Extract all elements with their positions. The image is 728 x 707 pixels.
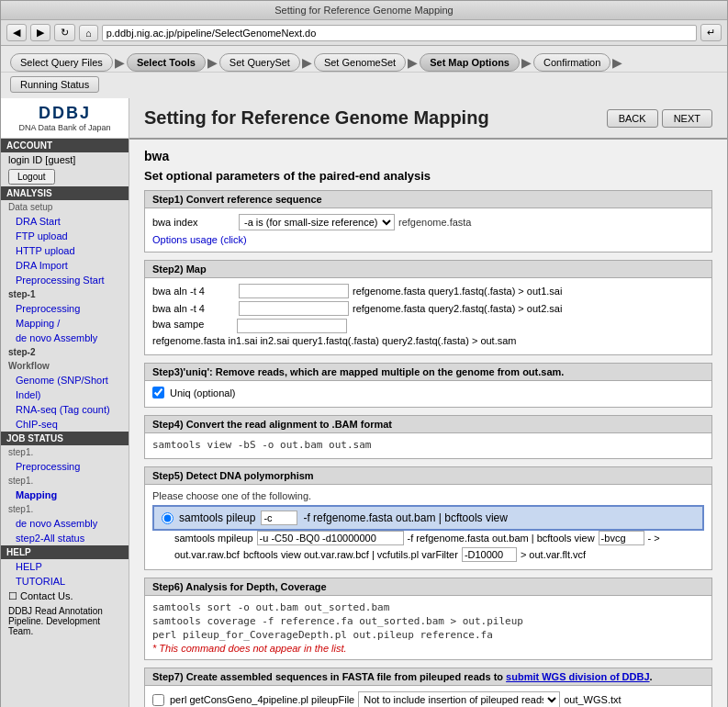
sidebar-item-genome-snp[interactable]: Genome (SNP/Short bbox=[1, 373, 129, 387]
content-body: bwa Set optional parameters of the paire… bbox=[129, 140, 727, 707]
logo-text: DDBJ bbox=[6, 104, 123, 123]
subtitle: Set optional parameters of the paired-en… bbox=[144, 169, 712, 183]
step5-opt1-suffix: -f refgenome.fasta out.bam | bcftools vi… bbox=[303, 511, 508, 524]
account-section-header: ACCOUNT bbox=[1, 139, 129, 152]
sidebar-logo: DDBJ DNA Data Bank of Japan bbox=[1, 98, 129, 139]
sidebar-item-chip[interactable]: ChIP-seq bbox=[1, 417, 129, 432]
step7-checkbox[interactable] bbox=[152, 694, 164, 706]
sidebar-item-job2[interactable]: Mapping bbox=[1, 488, 129, 502]
job2: step1. bbox=[1, 474, 129, 488]
uniq-label: Uniq (optional) bbox=[170, 387, 236, 398]
step5-sub1-prefix: samtools mpileup bbox=[174, 533, 253, 544]
step5-opt1-input[interactable] bbox=[261, 511, 297, 525]
sidebar-item-rnaseq[interactable]: RNA-seq (Tag count) bbox=[1, 402, 129, 417]
uniq-checkbox[interactable] bbox=[152, 387, 164, 398]
step5-sub2-input[interactable] bbox=[462, 547, 517, 562]
step-queryset[interactable]: Set QuerySet bbox=[219, 53, 300, 72]
back-browser-btn[interactable]: ◀ bbox=[6, 24, 27, 41]
step5-radio1[interactable] bbox=[162, 512, 174, 524]
step4-header: Step4) Convert the read alignment to .BA… bbox=[145, 416, 711, 433]
address-input[interactable] bbox=[102, 25, 697, 41]
step7-wgs-link[interactable]: submit WGS division of DDBJ bbox=[506, 671, 649, 682]
contact-icon: ☐ bbox=[8, 590, 17, 601]
sidebar-item-tutorial[interactable]: TUTORIAL bbox=[1, 574, 129, 589]
step5-sub1-input[interactable] bbox=[257, 531, 404, 545]
sidebar-item-indel[interactable]: Indel) bbox=[1, 387, 129, 402]
sidebar-item-dra-import[interactable]: DRA Import bbox=[1, 258, 129, 273]
arrow-1: ▶ bbox=[115, 55, 125, 70]
step2-row1: bwa aln -t 4 refgenome.fasta query1.fast… bbox=[152, 284, 704, 298]
running-status-btn[interactable]: Running Status bbox=[10, 76, 99, 93]
sidebar-item-dra-start[interactable]: DRA Start bbox=[1, 214, 129, 229]
content-header: Setting for Reference Genome Mapping BAC… bbox=[129, 98, 727, 140]
step-select-tools[interactable]: Select Tools bbox=[127, 53, 206, 72]
job3: step1. bbox=[1, 502, 129, 516]
forward-browser-btn[interactable]: ▶ bbox=[30, 24, 50, 41]
sidebar-item-job3[interactable]: de novo Assembly bbox=[1, 516, 129, 531]
step4-section: Step4) Convert the read alignment to .BA… bbox=[144, 415, 712, 459]
analysis-section-header: ANALYSIS bbox=[1, 186, 129, 200]
step-genomeset[interactable]: Set GenomeSet bbox=[314, 53, 406, 72]
reload-btn[interactable]: ↻ bbox=[54, 24, 75, 41]
step1-options-link[interactable]: Options usage (click) bbox=[152, 233, 704, 246]
step6-header: Step6) Analysis for Depth, Coverage bbox=[145, 578, 711, 596]
step2-section: Step2) Map bwa aln -t 4 refgenome.fasta … bbox=[144, 260, 712, 355]
sidebar-item-help[interactable]: HELP bbox=[1, 559, 129, 574]
step5-sub1-suffix2: - > bbox=[648, 533, 660, 544]
step5-section: Step5) Detect DNA polymorphism Please ch… bbox=[144, 466, 712, 570]
sidebar-item-http-upload[interactable]: HTTP upload bbox=[1, 243, 129, 258]
content-area: Setting for Reference Genome Mapping BAC… bbox=[129, 98, 727, 707]
step7-select[interactable]: Not to include insertion of pileuped rea… bbox=[358, 691, 560, 707]
step7-checkbox-label: perl getConsGeno_4pipeline.pl pileupFile bbox=[170, 694, 354, 705]
step1-suffix: refgenome.fasta bbox=[398, 217, 472, 228]
step5-sub2-suffix: > out.var.flt.vcf bbox=[521, 549, 586, 560]
step2-input1[interactable] bbox=[239, 284, 349, 298]
go-btn[interactable]: ↵ bbox=[700, 24, 722, 41]
step4-content: samtools view -bS -o out.bam out.sam bbox=[145, 433, 711, 458]
sidebar-item-job1[interactable]: Preprocessing bbox=[1, 459, 129, 474]
step2-label1: bwa aln -t 4 bbox=[152, 286, 235, 297]
step-confirmation[interactable]: Confirmation bbox=[533, 53, 610, 72]
step7-header: Step7) Create assembled sequences in FAS… bbox=[145, 668, 711, 686]
back-btn[interactable]: BACK bbox=[607, 109, 658, 128]
window-title: Setting for Reference Genome Mapping bbox=[274, 5, 453, 16]
step1-label: bwa index bbox=[152, 217, 235, 228]
home-btn[interactable]: ⌂ bbox=[79, 25, 98, 41]
login-id: login ID [guest] bbox=[1, 152, 129, 167]
sidebar-item-mapping[interactable]: Mapping / bbox=[1, 316, 129, 331]
step6-section: Step6) Analysis for Depth, Coverage samt… bbox=[144, 578, 712, 660]
sidebar-item-preprocessing-start[interactable]: Preprocessing Start bbox=[1, 273, 129, 287]
browser-toolbar: ◀ ▶ ↻ ⌂ ↵ bbox=[1, 20, 727, 46]
step2-suffix3: refgenome.fasta in1.sai in2.sai query1.f… bbox=[152, 335, 517, 346]
step2-row3: bwa sampe refgenome.fasta in1.sai in2.sa… bbox=[152, 319, 704, 346]
step5-sub2: out.var.raw.bcf bcftools view out.var.ra… bbox=[152, 547, 704, 562]
step2-input2[interactable] bbox=[239, 301, 349, 316]
job-status-section: JOB STATUS bbox=[1, 432, 129, 445]
step7-row1: perl getConsGeno_4pipeline.pl pileupFile… bbox=[152, 691, 704, 707]
running-status-bar: Running Status bbox=[1, 73, 727, 98]
sidebar-item-ftp-upload[interactable]: FTP upload bbox=[1, 229, 129, 243]
step6-note: * This command does not appear in the li… bbox=[152, 643, 704, 654]
step5-desc: Please choose one of the following. bbox=[152, 490, 704, 501]
step6-line1: samtools sort -o out.bam out_sorted.bam bbox=[152, 601, 704, 613]
step7-content: perl getConsGeno_4pipeline.pl pileupFile… bbox=[145, 686, 711, 707]
next-btn[interactable]: NEXT bbox=[662, 109, 712, 128]
step5-sub2-prefix: out.var.raw.bcf bbox=[174, 549, 240, 560]
sidebar-item-preprocessing[interactable]: Preprocessing bbox=[1, 301, 129, 316]
step2-row2: bwa aln -t 4 refgenome.fasta query2.fast… bbox=[152, 301, 704, 316]
step3-section: Step3)'uniq': Remove reads, which are ma… bbox=[144, 363, 712, 408]
logout-btn[interactable]: Logout bbox=[8, 169, 55, 185]
step5-content: Please choose one of the following. samt… bbox=[145, 485, 711, 569]
step2-label: step-2 bbox=[1, 345, 129, 359]
step-query-files[interactable]: Select Query Files bbox=[10, 53, 113, 72]
step-map-options[interactable]: Set Map Options bbox=[420, 53, 520, 72]
pipeline-steps: Select Query Files ▶ Select Tools ▶ Set … bbox=[1, 46, 727, 73]
step2-input3[interactable] bbox=[237, 319, 347, 333]
step6-content: samtools sort -o out.bam out_sorted.bam … bbox=[145, 596, 711, 659]
sidebar-item-all-status[interactable]: step2-All status bbox=[1, 531, 129, 545]
step5-sub1-input2[interactable] bbox=[599, 531, 644, 545]
sidebar: DDBJ DNA Data Bank of Japan ACCOUNT logi… bbox=[1, 98, 129, 707]
page-title: Setting for Reference Genome Mapping bbox=[144, 107, 489, 129]
sidebar-item-denovo[interactable]: de novo Assembly bbox=[1, 331, 129, 345]
step1-select[interactable]: -a is (for small-size reference) bbox=[239, 214, 395, 230]
